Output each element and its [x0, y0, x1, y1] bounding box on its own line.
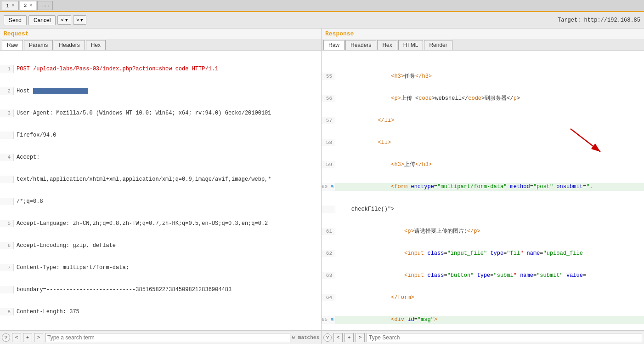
search-next-right[interactable]: > [356, 333, 365, 342]
tab-response-hex[interactable]: Hex [377, 40, 397, 50]
tab-2-label: 2 [24, 3, 27, 8]
tab-response-headers[interactable]: Headers [345, 40, 376, 50]
request-code: 1 POST /upload-labs/Pass-03/index.php?ac… [0, 51, 321, 330]
response-line-60b: checkFile()"> [322, 206, 644, 213]
search-input-right[interactable] [367, 333, 642, 342]
search-bar-right: ? < + > [322, 331, 644, 344]
request-line-7b: boundary=---------------------------3851… [0, 286, 321, 293]
request-code-area[interactable]: 1 POST /upload-labs/Pass-03/index.php?ac… [0, 51, 321, 330]
tab-bar: 1 × 2 × ... [0, 0, 644, 12]
send-button[interactable]: Send [4, 15, 27, 25]
tab-request-headers[interactable]: Headers [54, 40, 85, 50]
response-line-57: 57 </li> [322, 117, 644, 124]
request-line-4b: text/html,application/xhtml+xml,applicat… [0, 176, 321, 183]
search-prev-right[interactable]: < [333, 333, 343, 342]
search-input-left[interactable] [45, 333, 290, 342]
response-code-area[interactable]: 55 <h3>任务</h3> 56 <p>上传 <code>webshell</… [322, 51, 644, 330]
request-line-3b: Firefox/94.0 [0, 132, 321, 139]
main-split: Request Raw Params Headers Hex 1 POST /u… [0, 29, 644, 330]
match-count-left: 0 matches [292, 335, 319, 340]
request-line-2: 2 Host [0, 87, 321, 95]
response-line-59: 59 <h3>上传</h3> [322, 161, 644, 168]
request-line-6: 6 Accept-Encoding: gzip, deflate [0, 242, 321, 249]
tab-request-hex[interactable]: Hex [86, 40, 106, 50]
tab-1-label: 1 [6, 3, 9, 9]
nav-forward-button[interactable]: > ▾ [73, 15, 86, 25]
toolbar: Send Cancel < ▾ > ▾ Target: http://192.1… [0, 12, 644, 29]
response-line-65: 65 ⊟ <div id="msg"> [322, 316, 644, 324]
response-tabs: Raw Headers Hex HTML Render [322, 39, 644, 51]
request-line-4: 4 Accept: [0, 154, 321, 161]
tab-response-render[interactable]: Render [424, 40, 452, 50]
response-line-61: 61 <p>请选择要上传的图片;</p> [322, 228, 644, 235]
response-line-62: 62 <input class="input_file" type="fil" … [322, 250, 644, 257]
nav-back-button[interactable]: < ▾ [57, 15, 71, 25]
response-code: 55 <h3>任务</h3> 56 <p>上传 <code>webshell</… [322, 51, 644, 330]
tab-request-params[interactable]: Params [24, 40, 53, 50]
request-line-1: 1 POST /upload-labs/Pass-03/index.php?ac… [0, 65, 321, 73]
help-icon-right[interactable]: ? [323, 333, 332, 342]
nav-forward-icon: > ▾ [76, 17, 83, 23]
response-line-60: 60 ⊟ <form enctype="multipart/form-data"… [322, 183, 644, 191]
search-plus-left[interactable]: + [23, 333, 32, 342]
request-line-4c: /*;q=0.8 [0, 198, 321, 205]
search-plus-right[interactable]: + [345, 333, 354, 342]
tab-2[interactable]: 2 × [20, 1, 37, 10]
request-tabs: Raw Params Headers Hex [0, 39, 321, 51]
request-line-3: 3 User-Agent: Mozilla/5.0 (Windows NT 10… [0, 109, 321, 117]
cancel-button[interactable]: Cancel [28, 15, 56, 25]
search-bar-left: ? < + > 0 matches [0, 331, 322, 344]
response-panel: Response Raw Headers Hex HTML Render 55 … [322, 29, 644, 330]
response-line-55: 55 <h3>任务</h3> [322, 73, 644, 80]
tab-1-close[interactable]: × [12, 3, 15, 8]
help-icon-left[interactable]: ? [2, 333, 10, 342]
request-line-5: 5 Accept-Language: zh-CN,zh;q=0.8,zh-TW;… [0, 220, 321, 227]
request-line-7: 7 Content-Type: multipart/form-data; [0, 264, 321, 271]
tab-response-raw[interactable]: Raw [323, 40, 345, 50]
tab-more[interactable]: ... [37, 1, 53, 10]
tab-response-html[interactable]: HTML [398, 40, 424, 50]
request-line-8: 8 Content-Length: 375 [0, 308, 321, 315]
nav-back-icon: < ▾ [61, 17, 68, 23]
response-line-63: 63 <input class="button" type="submi" na… [322, 272, 644, 279]
response-line-56: 56 <p>上传 <code>webshell</code>到服务器</p> [322, 95, 644, 102]
tab-2-close[interactable]: × [29, 3, 32, 8]
tab-1[interactable]: 1 × [2, 1, 19, 10]
search-prev-left[interactable]: < [12, 333, 21, 342]
request-panel: Request Raw Params Headers Hex 1 POST /u… [0, 29, 322, 330]
target-url: Target: http://192.168.85 [558, 17, 640, 23]
request-header: Request [0, 29, 321, 39]
toolbar-left: Send Cancel < ▾ > ▾ [4, 15, 86, 25]
response-line-58: 58 <li> [322, 139, 644, 146]
bottom-bar: ? < + > 0 matches ? < + > [0, 330, 644, 344]
tab-request-raw[interactable]: Raw [2, 40, 23, 50]
search-next-left[interactable]: > [34, 333, 43, 342]
response-header: Response [322, 29, 644, 39]
response-line-64: 64 </form> [322, 294, 644, 301]
